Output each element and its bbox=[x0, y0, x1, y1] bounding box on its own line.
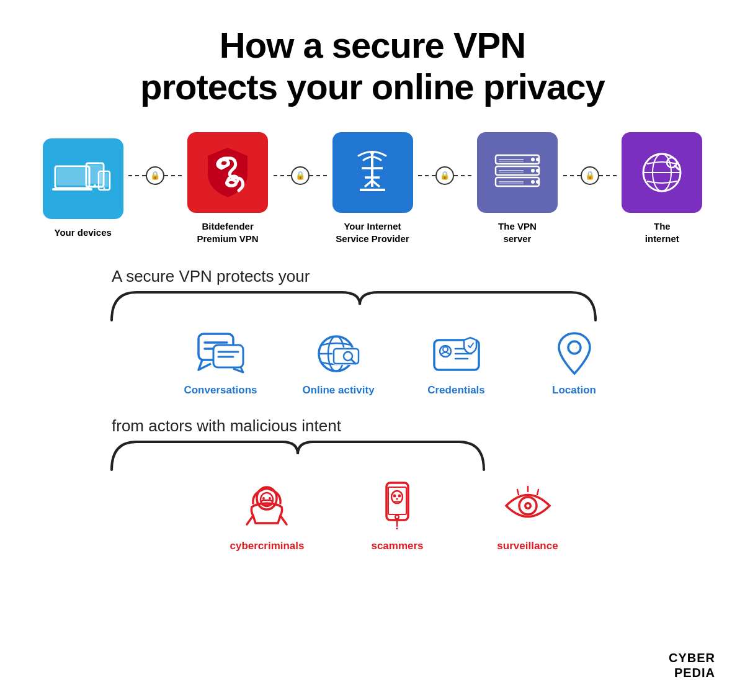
flow-node-vpn: The VPNserver bbox=[471, 132, 563, 245]
svg-line-39 bbox=[675, 166, 679, 169]
svg-rect-4 bbox=[88, 165, 102, 184]
conversations-label: Conversations bbox=[184, 384, 257, 397]
threat-scammers: ! scammers bbox=[357, 478, 438, 552]
svg-line-66 bbox=[280, 516, 287, 524]
credentials-label: Credentials bbox=[427, 384, 485, 397]
internet-icon bbox=[636, 146, 689, 199]
vpn-icon-box bbox=[477, 132, 558, 213]
svg-rect-50 bbox=[334, 349, 359, 364]
svg-point-5 bbox=[94, 184, 96, 187]
vpn-label: The VPNserver bbox=[498, 220, 537, 245]
connector-2: 🔒 bbox=[274, 166, 327, 185]
svg-point-31 bbox=[531, 180, 535, 184]
devices-label: Your devices bbox=[55, 227, 112, 239]
svg-point-26 bbox=[531, 169, 535, 173]
scammers-svg: ! bbox=[371, 480, 424, 532]
flow-node-devices: Your devices bbox=[37, 138, 128, 239]
flow-node-bitdefender: BitdefenderPremium VPN bbox=[182, 132, 273, 245]
svg-point-63 bbox=[269, 497, 271, 500]
surveillance-icon bbox=[500, 478, 556, 534]
connector-4: 🔒 bbox=[563, 166, 617, 185]
bitdefender-label: BitdefenderPremium VPN bbox=[197, 220, 258, 245]
page: How a secure VPN protects your online pr… bbox=[0, 0, 745, 700]
connector-3: 🔒 bbox=[418, 166, 471, 185]
protection-location: Location bbox=[534, 328, 615, 397]
location-icon bbox=[550, 328, 599, 378]
protection-credentials: Credentials bbox=[416, 328, 497, 397]
svg-point-32 bbox=[536, 180, 540, 184]
bitdefender-icon bbox=[203, 145, 252, 200]
svg-point-59 bbox=[568, 341, 581, 354]
credentials-icon bbox=[432, 328, 481, 378]
flow-diagram: Your devices 🔒 bbox=[37, 132, 708, 245]
threats-brace-svg bbox=[99, 436, 496, 473]
conversations-icon bbox=[196, 328, 246, 378]
lock-icon-1: 🔒 bbox=[146, 166, 164, 185]
isp-label: Your InternetService Provider bbox=[336, 220, 409, 245]
vpn-server-icon bbox=[489, 148, 545, 197]
cybercriminals-icon bbox=[239, 478, 295, 534]
threats-intro-label: from actors with malicious intent bbox=[37, 416, 708, 436]
svg-line-65 bbox=[247, 516, 253, 524]
location-svg bbox=[553, 330, 596, 377]
threat-items-row: cybercriminals bbox=[37, 478, 708, 552]
threats-brace bbox=[37, 436, 708, 473]
svg-point-21 bbox=[531, 158, 535, 161]
surveillance-label: surveillance bbox=[497, 540, 558, 552]
online-activity-icon bbox=[314, 328, 364, 378]
svg-rect-1 bbox=[57, 168, 87, 186]
svg-point-19 bbox=[370, 151, 374, 155]
svg-rect-7 bbox=[100, 173, 109, 187]
protection-items-row: Conversations Online acti bbox=[37, 328, 708, 397]
svg-point-22 bbox=[536, 158, 540, 161]
svg-point-71 bbox=[393, 494, 396, 497]
svg-point-72 bbox=[398, 494, 401, 497]
internet-icon-box bbox=[622, 132, 702, 213]
scammers-label: scammers bbox=[371, 540, 423, 552]
connector-1: 🔒 bbox=[128, 166, 182, 185]
online-activity-label: Online activity bbox=[302, 384, 374, 397]
flow-node-isp: Your InternetService Provider bbox=[327, 132, 418, 245]
hacker-svg bbox=[241, 480, 293, 532]
svg-point-55 bbox=[443, 347, 448, 352]
bitdefender-icon-box bbox=[187, 132, 268, 213]
isp-icon bbox=[346, 146, 399, 199]
svg-rect-2 bbox=[52, 188, 92, 191]
flow-node-internet: Theinternet bbox=[617, 132, 708, 245]
protects-intro-label: A secure VPN protects your bbox=[37, 267, 708, 286]
protects-brace bbox=[37, 286, 708, 323]
threat-cybercriminals: cybercriminals bbox=[227, 478, 308, 552]
credentials-svg bbox=[432, 331, 481, 375]
scammers-icon: ! bbox=[370, 478, 426, 534]
lock-icon-3: 🔒 bbox=[435, 166, 454, 185]
protection-online-activity: Online activity bbox=[298, 328, 379, 397]
threat-surveillance: surveillance bbox=[488, 478, 568, 552]
svg-point-79 bbox=[526, 505, 529, 508]
svg-point-62 bbox=[262, 497, 265, 500]
isp-icon-box bbox=[332, 132, 413, 213]
svg-line-82 bbox=[537, 490, 538, 495]
lock-icon-4: 🔒 bbox=[581, 166, 599, 185]
chat-icon bbox=[196, 331, 246, 375]
cyberpedia-logo: CYBER PEDIA bbox=[669, 650, 715, 680]
devices-icon bbox=[52, 154, 114, 204]
cybercriminals-label: cybercriminals bbox=[230, 540, 304, 552]
svg-text:!: ! bbox=[395, 518, 399, 532]
internet-label: Theinternet bbox=[645, 220, 679, 245]
lock-icon-2: 🔒 bbox=[291, 166, 310, 185]
svg-point-8 bbox=[103, 187, 105, 189]
surveillance-svg bbox=[500, 481, 556, 531]
location-label: Location bbox=[552, 384, 596, 397]
page-title: How a secure VPN protects your online pr… bbox=[140, 25, 605, 107]
protects-brace-svg bbox=[99, 286, 608, 323]
devices-icon-box bbox=[43, 138, 123, 219]
online-activity-svg bbox=[314, 331, 364, 375]
protection-conversations: Conversations bbox=[181, 328, 261, 397]
svg-line-80 bbox=[517, 490, 519, 495]
svg-point-27 bbox=[536, 169, 540, 173]
